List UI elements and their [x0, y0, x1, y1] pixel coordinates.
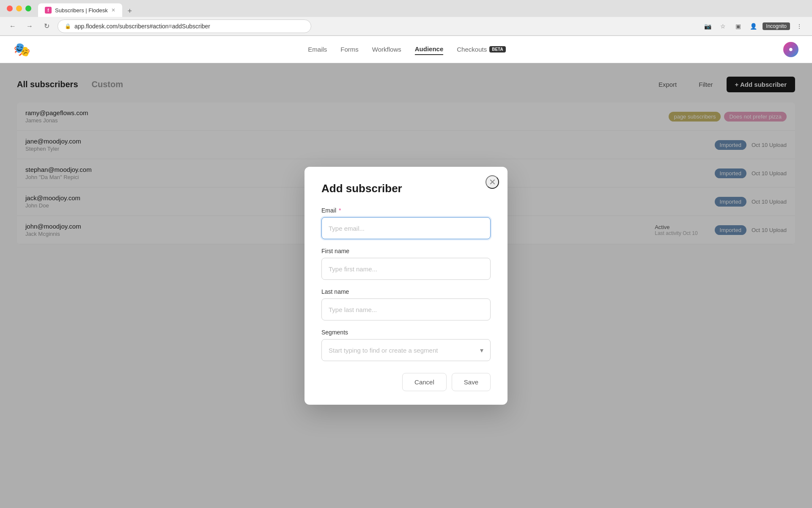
- close-window-button[interactable]: [7, 6, 13, 11]
- profile-icon[interactable]: 👤: [747, 20, 759, 32]
- tab-close-button[interactable]: ✕: [111, 7, 115, 13]
- lock-icon: 🔒: [65, 23, 71, 29]
- save-button[interactable]: Save: [452, 373, 491, 391]
- email-label: Email *: [321, 207, 491, 214]
- active-tab[interactable]: f Subscribers | Flodesk ✕: [38, 3, 122, 17]
- tab-favicon: f: [45, 7, 52, 14]
- more-options-icon[interactable]: ⋮: [793, 20, 805, 32]
- browser-nav: ← → ↻ 🔒 app.flodesk.com/subscribers#acti…: [0, 17, 812, 36]
- modal-title: Add subscriber: [321, 182, 491, 195]
- browser-tabs: f Subscribers | Flodesk ✕ +: [38, 0, 545, 17]
- maximize-window-button[interactable]: [25, 6, 31, 11]
- segments-dropdown[interactable]: Start typing to find or create a segment…: [321, 339, 491, 361]
- app-nav: Emails Forms Workflows Audience Checkout…: [308, 44, 505, 55]
- cancel-button[interactable]: Cancel: [402, 373, 447, 391]
- nav-emails[interactable]: Emails: [308, 44, 327, 55]
- nav-audience[interactable]: Audience: [415, 44, 444, 55]
- back-button[interactable]: ←: [7, 20, 19, 32]
- user-avatar[interactable]: ●: [783, 42, 798, 57]
- traffic-lights: [7, 6, 31, 11]
- last-name-input[interactable]: [321, 298, 491, 320]
- chevron-down-icon: ▾: [480, 346, 483, 354]
- add-subscriber-modal: ✕ Add subscriber Email * First name: [304, 167, 508, 405]
- modal-close-button[interactable]: ✕: [486, 175, 499, 189]
- required-indicator: *: [339, 207, 341, 214]
- segments-form-group: Segments Start typing to find or create …: [321, 329, 491, 361]
- address-bar[interactable]: 🔒 app.flodesk.com/subscribers#action=add…: [58, 19, 311, 33]
- modal-footer: Cancel Save: [321, 373, 491, 391]
- nav-checkouts[interactable]: Checkouts BETA: [457, 44, 505, 55]
- address-text: app.flodesk.com/subscribers#action=addSu…: [74, 23, 210, 30]
- nav-right-actions: 📷 ☆ ▣ 👤 Incognito ⋮: [702, 20, 805, 32]
- modal-overlay[interactable]: ✕ Add subscriber Email * First name: [0, 63, 812, 508]
- camera-off-icon[interactable]: 📷: [702, 20, 713, 32]
- bookmark-icon[interactable]: ☆: [717, 20, 729, 32]
- app-content: 🎭 Emails Forms Workflows Audience Checko…: [0, 36, 812, 508]
- last-name-form-group: Last name: [321, 288, 491, 320]
- forward-button[interactable]: →: [24, 20, 36, 32]
- last-name-label: Last name: [321, 288, 491, 295]
- app-logo[interactable]: 🎭: [14, 41, 30, 58]
- beta-badge: BETA: [489, 46, 505, 52]
- email-input[interactable]: [321, 217, 491, 239]
- browser-titlebar: f Subscribers | Flodesk ✕ +: [0, 0, 812, 17]
- minimize-window-button[interactable]: [16, 6, 22, 11]
- tab-title: Subscribers | Flodesk: [55, 7, 108, 14]
- refresh-button[interactable]: ↻: [41, 20, 52, 32]
- new-tab-button[interactable]: +: [124, 5, 136, 17]
- first-name-label: First name: [321, 248, 491, 254]
- first-name-form-group: First name: [321, 248, 491, 280]
- flodesk-logo-icon: 🎭: [14, 41, 30, 58]
- main-area: All subscribers Custom Export Filter + A…: [0, 63, 812, 508]
- nav-workflows[interactable]: Workflows: [372, 44, 401, 55]
- browser-chrome: f Subscribers | Flodesk ✕ + ← → ↻ 🔒 app.…: [0, 0, 812, 36]
- first-name-input[interactable]: [321, 258, 491, 280]
- incognito-badge: Incognito: [763, 22, 790, 30]
- app-header: 🎭 Emails Forms Workflows Audience Checko…: [0, 36, 812, 63]
- nav-forms[interactable]: Forms: [340, 44, 359, 55]
- email-form-group: Email *: [321, 207, 491, 239]
- sidebar-icon[interactable]: ▣: [732, 20, 744, 32]
- segments-placeholder: Start typing to find or create a segment: [329, 347, 438, 354]
- segments-label: Segments: [321, 329, 491, 336]
